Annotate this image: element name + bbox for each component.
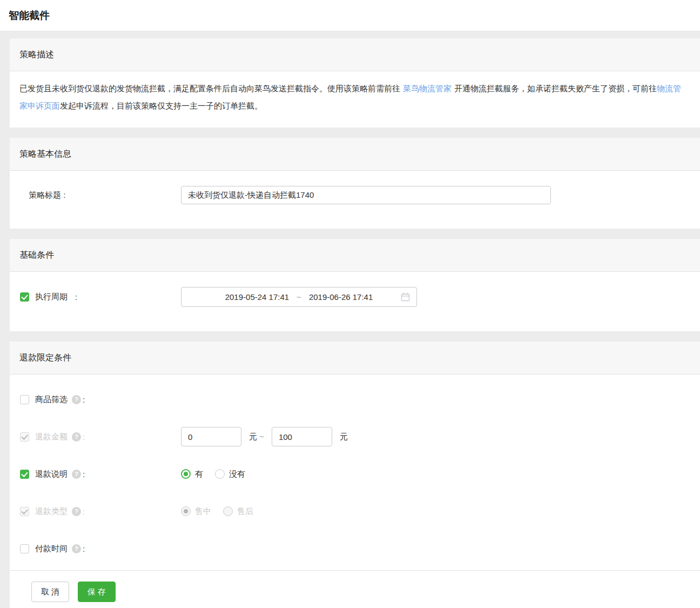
- refund-note-option-yes-label: 有: [195, 469, 203, 479]
- radio-selected-icon[interactable]: [181, 469, 191, 479]
- refund-note-colon: :: [83, 470, 85, 479]
- page-header: 智能截件: [0, 0, 700, 31]
- date-end: 2019-06-26 17:41: [309, 292, 373, 302]
- cainiao-logistics-link[interactable]: 菜鸟物流管家: [403, 84, 452, 93]
- refund-type-option-aftersale-label: 售后: [237, 506, 253, 517]
- save-button[interactable]: 保存: [78, 582, 116, 602]
- strategy-title-label-wrap: 策略标题 :: [20, 190, 181, 201]
- product-filter-colon: :: [83, 395, 85, 404]
- description-part1: 已发货且未收到货仅退款的发货物流拦截，满足配置条件后自动向菜鸟发送拦截指令。使用…: [19, 84, 400, 93]
- product-filter-help-icon[interactable]: ?: [72, 395, 81, 404]
- strategy-title-label: 策略标题 :: [20, 190, 65, 201]
- refund-type-checkbox: [20, 507, 29, 516]
- execution-period-label-wrap: 执行周期 :: [20, 292, 181, 302]
- refund-note-label: 退款说明: [35, 469, 68, 479]
- refund-note-option-yes[interactable]: 有: [181, 469, 203, 479]
- refund-amount-row: 退款金额 ? : 元 ~ 元: [20, 427, 689, 446]
- refund-type-radio-group: 售中 售后: [181, 506, 265, 517]
- base-conditions-body: 执行周期 : 2019-05-24 17:41 ~ 2019-06-26 17:…: [10, 272, 700, 331]
- date-tilde: ~: [297, 292, 301, 302]
- refund-type-label-wrap: 退款类型 ? :: [20, 506, 181, 517]
- product-filter-label-wrap: 商品筛选 ? :: [20, 395, 181, 405]
- refund-type-label: 退款类型: [35, 506, 68, 517]
- payment-time-help-icon[interactable]: ?: [72, 544, 81, 553]
- refund-type-option-aftersale: 售后: [223, 506, 253, 517]
- payment-time-checkbox[interactable]: [20, 544, 29, 553]
- refund-amount-min-input[interactable]: [181, 427, 241, 446]
- refund-note-row: 退款说明 ? : 有 没有: [20, 464, 689, 484]
- amount-tilde: ~: [259, 432, 264, 441]
- page-content: 策略描述 已发货且未收到货仅退款的发货物流拦截，满足配置条件后自动向菜鸟发送拦截…: [0, 31, 700, 608]
- refund-amount-max-input[interactable]: [272, 427, 332, 446]
- strategy-description-card: 策略描述 已发货且未收到货仅退款的发货物流拦截，满足配置条件后自动向菜鸟发送拦截…: [10, 38, 700, 128]
- base-conditions-header: 基础条件: [10, 239, 700, 272]
- execution-period-colon: :: [75, 292, 77, 302]
- basic-info-header: 策略基本信息: [10, 138, 700, 171]
- basic-info-card: 策略基本信息 策略标题 :: [10, 138, 700, 229]
- base-conditions-card: 基础条件 执行周期 : 2019-05-24 17:41 ~ 2019-06-2…: [10, 239, 700, 331]
- refund-note-checkbox[interactable]: [20, 470, 29, 479]
- strategy-description-header: 策略描述: [10, 38, 700, 71]
- refund-amount-label: 退款金额: [35, 432, 68, 442]
- radio-disabled-selected-icon: [181, 506, 191, 516]
- refund-amount-help-icon[interactable]: ?: [72, 432, 81, 442]
- radio-disabled-icon: [223, 506, 233, 516]
- strategy-title-row: 策略标题 :: [20, 186, 689, 204]
- strategy-title-input[interactable]: [181, 186, 551, 204]
- execution-period-checkbox[interactable]: [20, 292, 29, 302]
- payment-time-colon: :: [83, 544, 85, 553]
- refund-amount-colon: :: [83, 432, 85, 442]
- page-title: 智能截件: [9, 9, 50, 23]
- refund-amount-label-wrap: 退款金额 ? :: [20, 432, 181, 442]
- refund-note-radio-group: 有 没有: [181, 469, 257, 479]
- refund-note-option-no[interactable]: 没有: [215, 469, 245, 479]
- refund-note-option-no-label: 没有: [229, 469, 245, 479]
- product-filter-checkbox[interactable]: [20, 395, 29, 404]
- date-start: 2019-05-24 17:41: [225, 292, 289, 302]
- payment-time-label-wrap: 付款时间 ? :: [20, 544, 181, 554]
- date-range-picker[interactable]: 2019-05-24 17:41 ~ 2019-06-26 17:41: [181, 287, 417, 307]
- calendar-icon: [401, 292, 410, 303]
- strategy-description-body: 已发货且未收到货仅退款的发货物流拦截，满足配置条件后自动向菜鸟发送拦截指令。使用…: [10, 71, 700, 128]
- product-filter-label: 商品筛选: [35, 395, 68, 405]
- product-filter-row: 商品筛选 ? :: [20, 390, 689, 409]
- execution-period-label: 执行周期: [35, 292, 68, 302]
- refund-note-help-icon[interactable]: ?: [72, 470, 81, 479]
- refund-type-row: 退款类型 ? : 售中 售后: [20, 502, 689, 521]
- refund-type-help-icon[interactable]: ?: [72, 507, 81, 516]
- refund-type-option-onsale: 售中: [181, 506, 211, 517]
- strategy-description-text: 已发货且未收到货仅退款的发货物流拦截，满足配置条件后自动向菜鸟发送拦截指令。使用…: [19, 80, 686, 115]
- refund-type-option-onsale-label: 售中: [195, 506, 211, 517]
- description-part2: 开通物流拦截服务，如承诺拦截失败产生了资损，可前往: [454, 84, 657, 93]
- payment-time-row: 付款时间 ? :: [20, 539, 689, 558]
- execution-period-row: 执行周期 : 2019-05-24 17:41 ~ 2019-06-26 17:…: [20, 287, 689, 307]
- refund-amount-unit-end: 元: [340, 432, 348, 442]
- payment-time-label: 付款时间: [35, 544, 68, 554]
- refund-amount-unit-mid: 元 ~: [249, 432, 264, 442]
- cancel-button[interactable]: 取消: [31, 582, 69, 602]
- description-part3: 发起申诉流程，目前该策略仅支持一主一子的订单拦截。: [60, 101, 262, 110]
- refund-amount-checkbox: [20, 432, 29, 442]
- refund-conditions-header: 退款限定条件: [10, 342, 700, 375]
- radio-unselected-icon[interactable]: [215, 469, 225, 479]
- basic-info-body: 策略标题 :: [10, 171, 700, 229]
- refund-note-label-wrap: 退款说明 ? :: [20, 469, 181, 479]
- refund-type-colon: :: [83, 507, 85, 516]
- yuan-label: 元: [249, 432, 257, 441]
- refund-conditions-body: 商品筛选 ? : 退款金额 ? : 元 ~ 元: [10, 375, 700, 558]
- form-footer: 取消 保存: [10, 570, 700, 608]
- refund-conditions-card: 退款限定条件 商品筛选 ? : 退款金额 ? :: [10, 342, 700, 608]
